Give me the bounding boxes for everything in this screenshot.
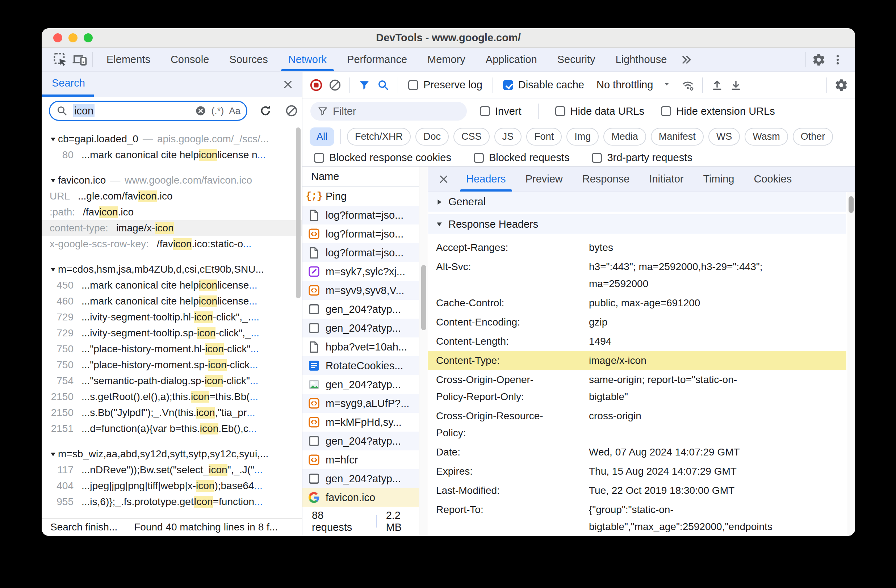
filter-funnel-icon[interactable] xyxy=(357,77,372,93)
search-result-group-header[interactable]: m=sb_wiz,aa,abd,sy12d,sytt,sytp,sy12c,sy… xyxy=(42,446,302,462)
search-match-line[interactable]: 2151...d=function(a){var b=this.icon.Eb(… xyxy=(42,421,302,437)
search-match-line[interactable]: 2150...s.getRoot().el(),a);this.icon=thi… xyxy=(42,389,302,405)
details-tab-timing[interactable]: Timing xyxy=(693,166,744,192)
request-row[interactable]: log?format=jso... xyxy=(302,206,419,224)
details-tab-cookies[interactable]: Cookies xyxy=(744,166,802,192)
3rd-party-requests-checkbox[interactable]: 3rd-party requests xyxy=(592,152,692,164)
request-row[interactable]: log?format=jso... xyxy=(302,224,419,243)
search-match-line[interactable]: 754..."semantic-path-dialog.sp-icon-clic… xyxy=(42,373,302,389)
request-row[interactable]: gen_204?atyp... xyxy=(302,375,419,394)
search-match-line[interactable]: 117...nDReve"));Bw.set("select_icon",_.J… xyxy=(42,462,302,478)
refresh-search-icon[interactable] xyxy=(258,103,273,119)
search-network-icon[interactable] xyxy=(375,77,391,93)
request-row[interactable]: m=syv9,syv8,V... xyxy=(302,281,419,300)
filter-chip-all[interactable]: All xyxy=(310,128,334,146)
filter-chip-css[interactable]: CSS xyxy=(453,128,490,146)
search-result-group-header[interactable]: cb=gapi.loaded_0—apis.google.com/_/scs/.… xyxy=(42,131,302,147)
filter-chip-manifest[interactable]: Manifest xyxy=(651,128,704,146)
clear-search-results-icon[interactable] xyxy=(283,103,300,119)
search-match-line[interactable]: 729...ivity-segment-tooltip.sp-icon-clic… xyxy=(42,325,302,341)
hide-data-urls-checkbox[interactable]: Hide data URLs xyxy=(555,105,645,117)
general-section-header[interactable]: General xyxy=(428,192,846,212)
request-row[interactable]: favicon.ico xyxy=(302,488,419,507)
more-tabs-icon[interactable] xyxy=(677,50,696,69)
hide-extension-urls-checkbox[interactable]: Hide extension URLs xyxy=(661,105,775,117)
tab-lighthouse[interactable]: Lighthouse xyxy=(605,48,677,71)
network-conditions-icon[interactable] xyxy=(680,77,696,93)
checkbox-unchecked[interactable] xyxy=(408,80,418,90)
search-match-line[interactable]: 955...is,6)};_.fs.prototype.getIcon=func… xyxy=(42,494,302,510)
inspect-element-icon[interactable] xyxy=(51,50,70,69)
search-match-line[interactable]: 2150...s.Bb("Jylpdf");_.Vn(this.icon,"ti… xyxy=(42,405,302,421)
request-row[interactable]: gen_204?atyp... xyxy=(302,431,419,451)
checkbox-checked[interactable] xyxy=(503,80,513,90)
checkbox-unchecked[interactable] xyxy=(314,153,324,163)
response-headers-section-header[interactable]: Response Headers xyxy=(428,214,846,234)
minimize-window-button[interactable] xyxy=(69,33,78,43)
search-input[interactable]: icon (.*) Aa xyxy=(49,101,247,121)
tab-memory[interactable]: Memory xyxy=(417,48,475,71)
tab-security[interactable]: Security xyxy=(547,48,605,71)
filter-input[interactable]: Filter xyxy=(310,102,467,120)
preserve-log-checkbox[interactable]: Preserve log xyxy=(408,79,482,91)
export-har-icon[interactable] xyxy=(728,77,744,93)
import-har-icon[interactable] xyxy=(709,77,725,93)
tab-network[interactable]: Network xyxy=(278,48,337,71)
search-match-line[interactable]: 750..."place-history-moment.hl-icon-clic… xyxy=(42,341,302,357)
tab-console[interactable]: Console xyxy=(160,48,219,71)
search-match-line[interactable]: URL...gle.com/favicon.ico xyxy=(42,188,302,204)
search-match-line[interactable]: 80...mark canonical cite help icon licen… xyxy=(42,147,302,163)
search-scrollbar-thumb[interactable] xyxy=(296,128,300,299)
name-column-header[interactable]: Name xyxy=(302,166,419,187)
request-row[interactable]: m=kMFpHd,sy... xyxy=(302,413,419,431)
tab-performance[interactable]: Performance xyxy=(337,48,417,71)
close-search-icon[interactable] xyxy=(274,72,302,97)
search-match-line[interactable]: :path:/favicon.ico xyxy=(42,204,302,220)
fullscreen-window-button[interactable] xyxy=(84,33,93,43)
search-result-group-header[interactable]: m=cdos,hsm,jsa,mb4ZUb,d,csi,cEt90b,SNU..… xyxy=(42,261,302,277)
blocked-response-cookies-checkbox[interactable]: Blocked response cookies xyxy=(314,152,451,164)
filter-chip-wasm[interactable]: Wasm xyxy=(745,128,788,146)
tab-application[interactable]: Application xyxy=(475,48,547,71)
tab-search[interactable]: Search xyxy=(42,72,94,97)
search-match-line[interactable]: x-google-scs-row-key:/favicon.ico:static… xyxy=(42,236,302,252)
filter-chip-font[interactable]: Font xyxy=(526,128,562,146)
request-row[interactable]: {;}Ping xyxy=(302,187,419,206)
filter-chip-fetch-xhr[interactable]: Fetch/XHR xyxy=(347,128,411,146)
details-scrollbar[interactable] xyxy=(847,192,855,536)
filter-chip-ws[interactable]: WS xyxy=(709,128,740,146)
checkbox-unchecked[interactable] xyxy=(474,153,484,163)
throttling-dropdown[interactable]: No throttling xyxy=(596,79,671,91)
blocked-requests-checkbox[interactable]: Blocked requests xyxy=(474,152,569,164)
scrollbar-thumb[interactable] xyxy=(849,196,853,213)
filter-chip-js[interactable]: JS xyxy=(494,128,522,146)
request-row[interactable]: m=syg9,aLUfP?... xyxy=(302,394,419,413)
invert-checkbox[interactable]: Invert xyxy=(480,105,521,117)
details-tab-response[interactable]: Response xyxy=(573,166,640,192)
request-row[interactable]: m=syk7,sylc?xj... xyxy=(302,262,419,281)
details-tab-initiator[interactable]: Initiator xyxy=(639,166,693,192)
record-network-log-icon[interactable] xyxy=(308,77,324,93)
request-row[interactable]: m=hfcr xyxy=(302,451,419,469)
request-list-scrollbar[interactable] xyxy=(419,166,428,536)
filter-chip-other[interactable]: Other xyxy=(793,128,834,146)
kebab-menu-icon[interactable] xyxy=(828,50,847,69)
settings-gear-icon[interactable] xyxy=(809,50,828,69)
filter-chip-img[interactable]: Img xyxy=(567,128,599,146)
request-row[interactable]: hpba?vet=10ah... xyxy=(302,337,419,356)
details-tab-preview[interactable]: Preview xyxy=(516,166,573,192)
titlebar[interactable]: DevTools - www.google.com/ xyxy=(42,28,855,48)
tab-sources[interactable]: Sources xyxy=(219,48,278,71)
clear-input-icon[interactable] xyxy=(195,103,206,119)
search-match-line[interactable]: 460...mark canonical cite help icon lice… xyxy=(42,293,302,309)
network-settings-gear-icon[interactable] xyxy=(834,77,849,93)
search-match-line[interactable]: 404...jpeg|jpg|png|tiff|webp|x-icon);bas… xyxy=(42,478,302,494)
search-match-line[interactable]: 450...mark canonical cite help icon lice… xyxy=(42,277,302,293)
match-case-toggle[interactable]: Aa xyxy=(229,105,241,117)
details-tab-headers[interactable]: Headers xyxy=(456,166,516,192)
tab-elements[interactable]: Elements xyxy=(96,48,160,71)
request-row[interactable]: gen_204?atyp... xyxy=(302,300,419,318)
regex-toggle[interactable]: (.*) xyxy=(212,105,224,117)
device-toolbar-icon[interactable] xyxy=(70,50,89,69)
clear-network-log-icon[interactable] xyxy=(327,77,343,93)
